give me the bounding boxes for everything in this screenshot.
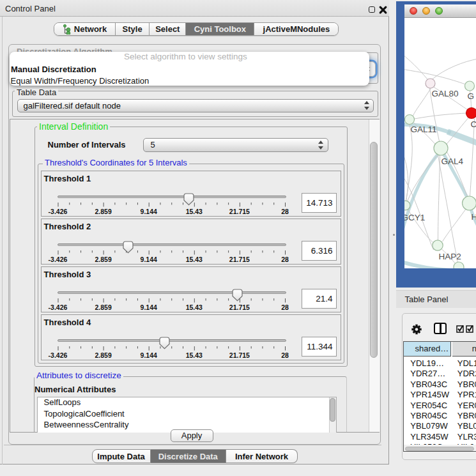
svg-text:GAL4: GAL4 [441,157,463,166]
svg-text:H: H [471,212,476,222]
svg-text:C: C [470,119,476,129]
svg-text:G: G [467,91,474,101]
svg-text:GAL11: GAL11 [410,125,436,134]
svg-text:GCY1: GCY1 [404,213,425,222]
svg-text:GAL80: GAL80 [431,89,458,98]
svg-text:HAP2: HAP2 [438,252,461,261]
